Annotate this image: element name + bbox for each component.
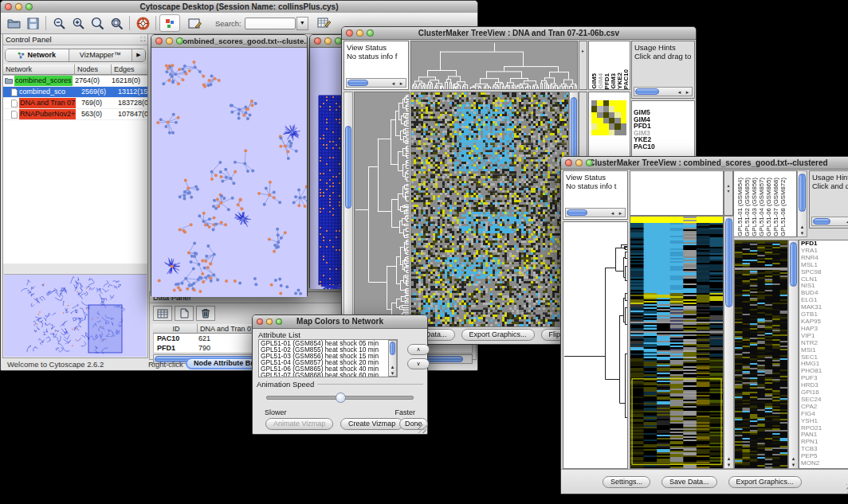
tv1-matrix-cell[interactable] — [621, 118, 626, 123]
data-column-id[interactable]: ID — [153, 324, 198, 334]
resize-grip[interactable] — [418, 424, 426, 433]
tv1-matrix-cell[interactable] — [603, 106, 609, 111]
tv1-matrix-cell[interactable] — [609, 106, 614, 111]
tv2-titlebar[interactable]: ClusterMaker TreeView : combined_scores_… — [561, 157, 848, 170]
tv1-matrix-cell[interactable] — [621, 106, 626, 111]
tv1-button-export-graphics-[interactable]: Export Graphics... — [461, 329, 535, 341]
attribute-table-icon[interactable] — [153, 306, 172, 321]
tv2-row-label[interactable]: MON2 — [801, 460, 848, 467]
create-vizmap-button[interactable]: Create Vizmap — [340, 418, 403, 430]
tv1-matrix-cell[interactable] — [591, 130, 597, 135]
network-list-item[interactable]: combined_sco2569(6)13112(15) — [3, 87, 147, 98]
tv1-matrix-cell[interactable] — [609, 100, 614, 106]
tv2-column-labels[interactable]: GPL51-01 (GSM854)GPL51-02 (GSM855)GPL51-… — [733, 170, 797, 237]
tv2-column-dendrogram[interactable] — [630, 170, 724, 216]
tv2-column-label[interactable]: GPL51-03 (GSM856) — [751, 178, 757, 236]
minimize-button[interactable] — [266, 318, 273, 325]
help-lifering-icon[interactable] — [133, 15, 152, 31]
tv1-matrix-cell[interactable] — [603, 100, 609, 106]
tv1-matrix-cell[interactable] — [597, 112, 603, 118]
tv1-matrix-cell[interactable] — [603, 130, 609, 135]
column-header-edges[interactable]: Edges — [112, 64, 147, 75]
tv1-matrix-cell[interactable] — [614, 123, 620, 129]
minimize-button[interactable] — [575, 159, 583, 166]
tv2-button-save-data-[interactable]: Save Data... — [662, 476, 717, 488]
close-button[interactable] — [565, 159, 572, 166]
close-button[interactable] — [257, 318, 263, 325]
network-list-item[interactable]: DNA and Tran 07769(0)183728(0) — [3, 98, 147, 109]
tv1-matrix-cell[interactable] — [614, 130, 620, 135]
tab-vizmapper[interactable]: VizMapper™ — [69, 49, 132, 61]
tv1-matrix-cell[interactable] — [603, 118, 609, 123]
tv1-column-label[interactable]: PAC10 — [622, 69, 628, 89]
new-document-icon[interactable] — [175, 306, 194, 321]
tv1-heatmap-global[interactable] — [410, 92, 569, 327]
move-down-button[interactable]: ∨ — [407, 358, 430, 369]
tv1-matrix-cell[interactable] — [597, 100, 603, 106]
tv2-column-label[interactable]: GPL51-06 (GSM865) — [765, 178, 771, 236]
attribute-listbox[interactable]: GPL51-01 (GSM854) heat shock 05 minGPL51… — [258, 339, 398, 377]
birdseye-view[interactable] — [4, 274, 147, 357]
search-input[interactable] — [245, 18, 296, 29]
tab-network[interactable]: Network — [6, 49, 69, 61]
tv1-matrix-cell[interactable] — [614, 118, 620, 123]
tv2-heatmap-zoom[interactable] — [734, 240, 788, 469]
tv1-matrix-cell[interactable] — [597, 118, 603, 123]
tv2-arrow-strip[interactable]: ▴ ▾ — [724, 170, 733, 216]
attribute-list-item[interactable]: GPL51-07 (GSM868) heat shock 60 min — [261, 373, 397, 377]
zoom-selected-icon[interactable] — [88, 15, 107, 31]
tv1-matrix-cell[interactable] — [597, 130, 603, 135]
tv2-button-settings-[interactable]: Settings... — [603, 476, 650, 488]
tv1-row-dendrogram[interactable] — [354, 92, 410, 327]
tv1-matrix-cell[interactable] — [591, 106, 597, 111]
network-list-item[interactable]: RNAPuberNov2+563(0)107847(0) — [3, 109, 147, 120]
tabs-overflow-button[interactable]: ▶ — [132, 49, 145, 61]
save-icon[interactable] — [23, 15, 42, 31]
tv1-matrix-cell[interactable] — [591, 112, 597, 118]
tv1-matrix-cell[interactable] — [621, 112, 626, 118]
float-panel-icon[interactable]: ⛶ — [140, 34, 145, 45]
minimize-button[interactable] — [324, 37, 332, 45]
zoom-button[interactable] — [367, 29, 374, 37]
column-header-network[interactable]: Network — [3, 64, 75, 75]
net1-titlebar[interactable]: combined_scores_good.txt--cluste... — [151, 35, 307, 48]
tv2-column-label[interactable]: GPL51-01 (GSM854) — [736, 178, 743, 236]
tv1-row-label[interactable]: PAC10 — [634, 143, 694, 150]
dialog-titlebar[interactable]: Map Colors to Network — [253, 315, 427, 329]
tv2-button-export-graphics-[interactable]: Export Graphics... — [728, 476, 802, 488]
minimize-button[interactable] — [356, 29, 363, 37]
animation-speed-slider[interactable] — [266, 396, 414, 400]
tv2-column-label[interactable]: GPL51-08 (GSM872) — [779, 178, 786, 236]
table-edit-icon[interactable] — [315, 15, 334, 31]
tv2-column-label[interactable]: GPL51-02 (GSM855) — [744, 178, 750, 236]
network-canvas-1[interactable] — [151, 48, 307, 297]
tv1-view-status-scrollbar[interactable]: ◂▸ — [346, 78, 406, 88]
tv1-matrix-cell[interactable] — [621, 130, 626, 135]
tv1-matrix-cell[interactable] — [603, 112, 609, 118]
slider-thumb[interactable] — [336, 393, 346, 403]
tv1-matrix-cell[interactable] — [614, 112, 620, 118]
tv1-titlebar[interactable]: ClusterMaker TreeView : DNA and Tran 07-… — [342, 27, 696, 40]
move-up-button[interactable]: ∧ — [407, 344, 430, 355]
animate-vizmap-button[interactable]: Animate Vizmap — [265, 418, 333, 430]
tv1-matrix-cell[interactable] — [591, 118, 597, 123]
tv2-heatmap-global[interactable] — [630, 216, 724, 469]
tv1-column-label[interactable]: PFD1 — [603, 73, 609, 89]
zoom-fit-icon[interactable] — [107, 15, 126, 31]
minimize-button[interactable] — [15, 3, 22, 10]
zoom-out-icon[interactable] — [49, 15, 69, 31]
zoom-button[interactable] — [26, 3, 33, 10]
close-button[interactable] — [5, 3, 12, 10]
tv1-column-label[interactable]: GIM5 — [591, 73, 596, 89]
tv1-matrix-cell[interactable] — [591, 100, 597, 106]
close-button[interactable] — [314, 37, 321, 45]
tv1-matrix-cell[interactable] — [591, 123, 597, 129]
vizmapper-shortcut-icon[interactable] — [159, 14, 180, 32]
tv1-matrix-cell[interactable] — [597, 106, 603, 111]
tv1-left-scrollbar[interactable] — [344, 92, 353, 327]
search-dropdown-icon[interactable]: ▾ — [296, 17, 308, 30]
attribute-list-scrollbar[interactable]: ▴▾ — [388, 340, 397, 377]
tv2-row-labels[interactable]: PFD1YRA1RNR4MSL1SPC98CLN1NIS1BUD4ELG1MAK… — [799, 240, 848, 469]
open-folder-icon[interactable] — [4, 15, 23, 31]
minimize-button[interactable] — [166, 37, 173, 45]
